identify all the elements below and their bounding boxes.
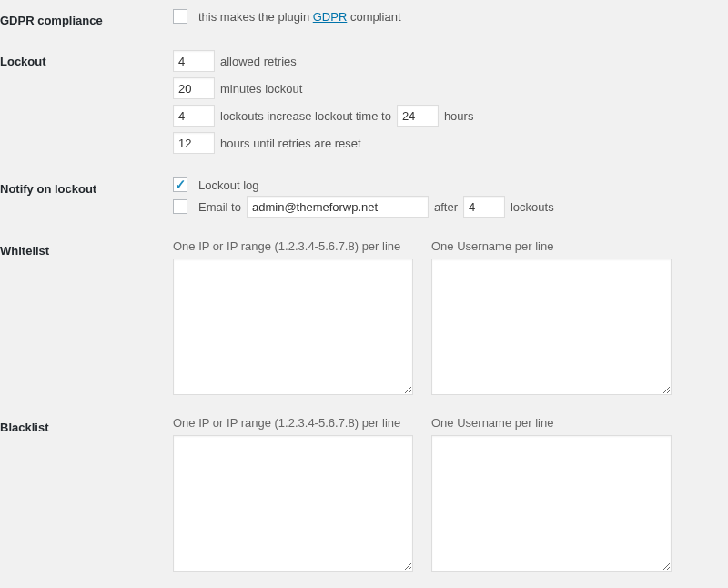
lockout-row: Lockout allowed retries minutes lockout … [0, 41, 728, 168]
whitelist-user-label: One Username per line [431, 239, 672, 253]
lockout-log-checkbox[interactable] [173, 177, 187, 192]
lockouts-label: lockouts [511, 200, 554, 214]
email-to-label: Email to [198, 200, 241, 214]
blacklist-row-label: Blacklist [0, 407, 173, 583]
email-checkbox[interactable] [173, 199, 187, 214]
gdpr-checkbox[interactable] [173, 9, 187, 24]
whitelist-user-textarea[interactable] [431, 259, 672, 395]
reset-hours-label: hours until retries are reset [220, 137, 361, 150]
blacklist-user-textarea[interactable] [431, 435, 672, 572]
minutes-lockout-input[interactable] [173, 77, 215, 99]
blacklist-ip-textarea[interactable] [173, 435, 413, 572]
email-input[interactable] [247, 196, 429, 218]
blacklist-row: Blacklist One IP or IP range (1.2.3.4-5.… [0, 407, 728, 583]
blacklist-user-label: One Username per line [431, 416, 672, 430]
notify-row: Notify on lockout Lockout log Email to a… [0, 168, 728, 230]
increase-label-after: hours [444, 109, 474, 123]
whitelist-ip-label: One IP or IP range (1.2.3.4-5.6.7.8) per… [173, 239, 413, 253]
gdpr-row-label: GDPR compliance [0, 0, 173, 41]
lockout-log-label: Lockout log [198, 178, 259, 192]
lockout-row-label: Lockout [0, 41, 173, 168]
gdpr-row: GDPR compliance this makes the plugin GD… [0, 0, 728, 41]
increase-count-input[interactable] [173, 105, 215, 127]
settings-form: GDPR compliance this makes the plugin GD… [0, 0, 728, 583]
increase-hours-input[interactable] [397, 105, 439, 127]
after-lockouts-input[interactable] [463, 196, 505, 218]
after-label: after [434, 200, 458, 214]
whitelist-row: Whitelist One IP or IP range (1.2.3.4-5.… [0, 230, 728, 407]
allowed-retries-label: allowed retries [220, 55, 297, 68]
blacklist-ip-label: One IP or IP range (1.2.3.4-5.6.7.8) per… [173, 416, 413, 430]
notify-row-label: Notify on lockout [0, 168, 173, 230]
gdpr-text: this makes the plugin GDPR compliant [198, 10, 401, 24]
minutes-lockout-label: minutes lockout [220, 82, 302, 96]
reset-hours-input[interactable] [173, 132, 215, 154]
increase-label-before: lockouts increase lockout time to [220, 109, 391, 123]
whitelist-ip-textarea[interactable] [173, 259, 413, 395]
whitelist-row-label: Whitelist [0, 230, 173, 407]
gdpr-link[interactable]: GDPR [313, 10, 348, 24]
allowed-retries-input[interactable] [173, 50, 215, 72]
